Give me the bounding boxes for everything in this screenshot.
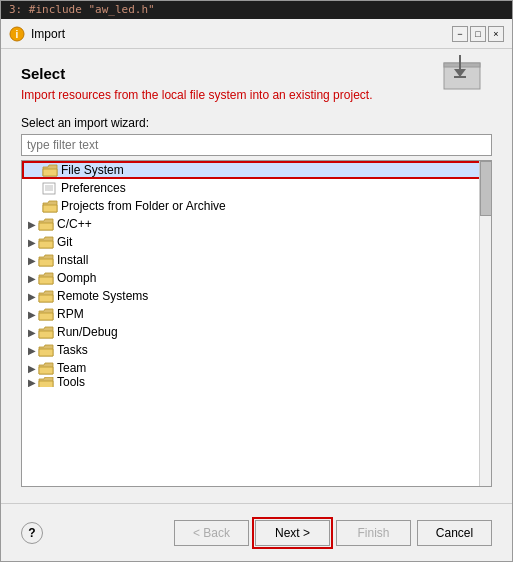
page-description: Import resources from the local file sys… [21,88,492,102]
folder-group-icon [38,290,54,303]
dialog-content: Select Import resources from the local f… [1,49,512,503]
tree-item-install[interactable]: ▶ Install [22,251,491,269]
import-dialog: 3: #include "aw_led.h" i Import − □ × [0,0,513,562]
tree-container: File System Preferences Projects [21,160,492,487]
tree-item-preferences[interactable]: Preferences [22,179,491,197]
expand-arrow: ▶ [26,327,38,338]
tree-item-label: C/C++ [57,217,92,231]
page-title: Select [21,65,492,82]
title-bar-controls: − □ × [452,26,504,42]
expand-arrow: ▶ [26,291,38,302]
folder-group-icon [38,236,54,249]
svg-rect-7 [43,183,55,194]
tree-item-label: Git [57,235,72,249]
title-bar: i Import − □ × [1,19,512,49]
tree-item-label: Remote Systems [57,289,148,303]
folder-group-icon [38,272,54,285]
expand-arrow: ▶ [26,363,38,374]
tree-item-git[interactable]: ▶ Git [22,233,491,251]
expand-arrow: ▶ [26,219,38,230]
tree-item-projects-folder[interactable]: Projects from Folder or Archive [22,197,491,215]
bottom-bar: ? < Back Next > Finish Cancel [1,503,512,561]
expand-arrow: ▶ [26,255,38,266]
folder-group-icon [38,362,54,375]
tree-item-file-system[interactable]: File System [22,161,491,179]
tree-item-team[interactable]: ▶ Team [22,359,491,377]
expand-arrow: ▶ [26,345,38,356]
expand-arrow: ▶ [26,309,38,320]
tree-item-label: Oomph [57,271,96,285]
folder-group-icon [38,254,54,267]
close-button[interactable]: × [488,26,504,42]
tree-item-tools[interactable]: ▶ Tools [22,377,491,387]
bottom-right: < Back Next > Finish Cancel [174,520,492,546]
finish-button[interactable]: Finish [336,520,411,546]
folder-group-icon [38,308,54,321]
page-icon [42,182,58,195]
folder-group-icon [38,218,54,231]
scrollbar-track[interactable] [479,161,491,486]
expand-arrow: ▶ [26,377,38,387]
expand-arrow: ▶ [26,273,38,284]
tree-item-remote-systems[interactable]: ▶ Remote Systems [22,287,491,305]
folder-group-icon [38,326,54,339]
help-button[interactable]: ? [21,522,43,544]
tree-item-label: File System [61,163,124,177]
tree-item-rpm[interactable]: ▶ RPM [22,305,491,323]
tree-scroll[interactable]: File System Preferences Projects [22,161,491,486]
next-button[interactable]: Next > [255,520,330,546]
tree-item-cpp[interactable]: ▶ C/C++ [22,215,491,233]
folder-icon [42,164,58,177]
bottom-left: ? [21,522,43,544]
maximize-button[interactable]: □ [470,26,486,42]
title-bar-left: i Import [9,26,65,42]
import-graphic [442,51,490,94]
tree-item-label: Projects from Folder or Archive [61,199,226,213]
tree-item-label: Install [57,253,88,267]
tree-item-label: Team [57,361,86,375]
minimize-button[interactable]: − [452,26,468,42]
filter-input[interactable] [21,134,492,156]
tree-item-run-debug[interactable]: ▶ Run/Debug [22,323,491,341]
cancel-button[interactable]: Cancel [417,520,492,546]
svg-rect-3 [444,63,480,67]
tree-item-tasks[interactable]: ▶ Tasks [22,341,491,359]
code-background: 3: #include "aw_led.h" [1,1,512,19]
folder-group-icon [38,344,54,357]
svg-text:i: i [16,29,19,40]
scrollbar-thumb[interactable] [480,161,492,216]
folder-icon [42,200,58,213]
import-icon: i [9,26,25,42]
expand-arrow: ▶ [26,237,38,248]
tree-item-label: Tools [57,377,85,387]
tree-item-label: Run/Debug [57,325,118,339]
dialog-title: Import [31,27,65,41]
tree-item-label: Tasks [57,343,88,357]
back-button[interactable]: < Back [174,520,249,546]
tree-item-label: RPM [57,307,84,321]
tree-item-oomph[interactable]: ▶ Oomph [22,269,491,287]
filter-label: Select an import wizard: [21,116,492,130]
tree-item-label: Preferences [61,181,126,195]
folder-group-icon [38,377,54,387]
